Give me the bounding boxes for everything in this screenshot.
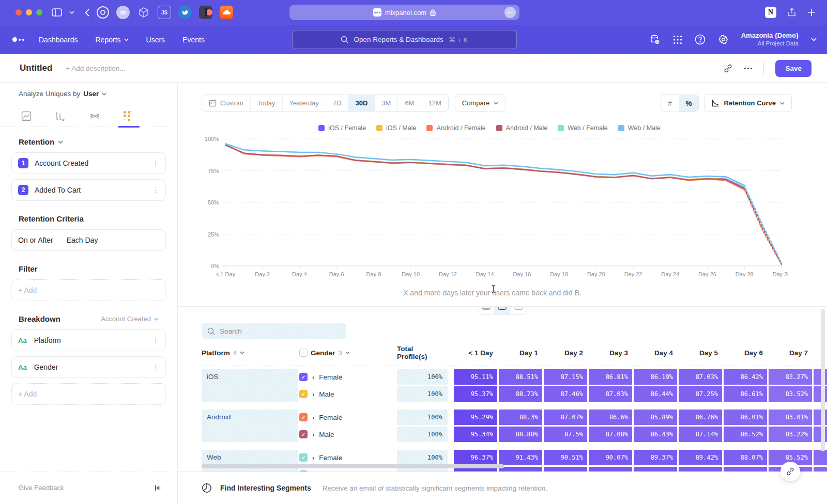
retention-value-cell[interactable]: 90.07%: [589, 450, 632, 465]
mode-percent[interactable]: %: [680, 95, 698, 112]
view-split[interactable]: [495, 306, 511, 314]
platform-cell[interactable]: Android: [202, 410, 298, 442]
chevron-down-icon[interactable]: [69, 11, 74, 14]
retention-value-cell[interactable]: 96.37%: [454, 450, 497, 465]
nav-item-reports[interactable]: Reports: [96, 36, 129, 44]
legend-item[interactable]: Web / Female: [558, 124, 608, 132]
report-description-placeholder[interactable]: + Add description...: [66, 65, 125, 72]
retention-value-cell[interactable]: 85.89%: [634, 410, 677, 425]
js-icon[interactable]: JS: [158, 6, 171, 19]
retention-value-cell[interactable]: 88.07%: [724, 450, 767, 465]
retention-value-cell[interactable]: 88.3%: [499, 410, 542, 425]
mixpanel-logo-icon[interactable]: [12, 37, 24, 42]
expand-row-icon[interactable]: ›: [312, 454, 314, 462]
bird-icon[interactable]: [178, 6, 192, 19]
series-line[interactable]: [225, 144, 744, 186]
platform-cell[interactable]: iOS: [202, 369, 298, 402]
series-line[interactable]: [225, 144, 744, 185]
legend-item[interactable]: Android / Female: [426, 124, 485, 132]
retention-step-1[interactable]: 1 Account Created ⋮: [11, 152, 166, 174]
retention-value-cell[interactable]: 86.19%: [634, 369, 677, 385]
legend-item[interactable]: iOS / Female: [318, 124, 366, 132]
column-header-day[interactable]: Day 7: [769, 349, 812, 357]
retention-value-cell[interactable]: 90.54%: [544, 467, 587, 471]
retention-value-cell[interactable]: 83.01%: [769, 410, 812, 425]
retention-section-header[interactable]: Retention: [19, 137, 159, 146]
data-management-icon[interactable]: [649, 34, 661, 45]
copy-link-icon[interactable]: [723, 64, 733, 73]
share-link-button[interactable]: [780, 462, 800, 481]
tab-retention[interactable]: [118, 105, 140, 127]
retention-value-cell[interactable]: 82.03%: [814, 410, 827, 425]
retention-value-cell[interactable]: 82.27%: [814, 369, 827, 385]
tab-insights[interactable]: [16, 105, 37, 127]
date-range-30d[interactable]: 30D: [348, 95, 375, 111]
retention-value-cell[interactable]: 82.18%: [814, 427, 827, 442]
retention-value-cell[interactable]: 95.34%: [454, 427, 497, 442]
series-checkbox[interactable]: ✓: [299, 413, 308, 421]
collapse-sidebar-icon[interactable]: [154, 484, 162, 492]
column-header-day[interactable]: Day 2: [544, 349, 587, 357]
retention-value-cell[interactable]: 87.46%: [544, 386, 587, 402]
analyze-uniques-row[interactable]: Analyze Uniques by User: [0, 83, 177, 105]
expand-row-icon[interactable]: ›: [312, 431, 314, 438]
column-header-day[interactable]: Day 1: [499, 349, 542, 357]
breakdown-add-button[interactable]: + Add: [11, 383, 166, 405]
criteria-on-or-after[interactable]: On or After: [18, 236, 53, 244]
series-checkbox[interactable]: ✓: [299, 390, 308, 398]
column-header-day[interactable]: Day 6: [724, 349, 767, 357]
date-range-6m[interactable]: 6M: [398, 95, 421, 111]
retention-value-cell[interactable]: 89.48%: [634, 467, 677, 471]
retention-value-cell[interactable]: 86.01%: [724, 410, 767, 425]
column-header-day[interactable]: Day 4: [634, 349, 677, 357]
retention-value-cell[interactable]: 83.22%: [769, 427, 812, 442]
window-controls[interactable]: [16, 9, 42, 15]
breakdown-menu-icon[interactable]: ⋮: [152, 336, 159, 344]
retention-value-cell[interactable]: 86.76%: [679, 410, 722, 425]
column-header-platform[interactable]: Platform 4: [202, 349, 298, 357]
legend-item[interactable]: Web / Male: [618, 124, 661, 132]
retention-value-cell[interactable]: 84.41%: [814, 450, 827, 465]
cube-icon[interactable]: [137, 6, 150, 19]
retention-value-cell[interactable]: 86.44%: [634, 386, 677, 402]
new-tab-plus-icon[interactable]: [807, 8, 816, 17]
breakdown-scope-dropdown[interactable]: Account Created: [101, 315, 159, 323]
date-range-7d[interactable]: 7D: [326, 95, 349, 111]
retention-value-cell[interactable]: 86.6%: [589, 410, 632, 425]
column-header-gender[interactable]: – Gender 3: [299, 349, 395, 357]
series-checkbox[interactable]: ✓: [299, 453, 308, 462]
retention-value-cell[interactable]: 88.73%: [499, 386, 542, 402]
breakdown-menu-icon[interactable]: ⋮: [152, 363, 159, 371]
table-search-input[interactable]: Search: [202, 323, 346, 339]
retention-value-cell[interactable]: 86.81%: [589, 369, 632, 385]
retention-value-cell[interactable]: 91.43%: [499, 450, 542, 465]
compare-button[interactable]: Compare: [455, 94, 506, 112]
column-header-day[interactable]: Day 5: [679, 349, 722, 357]
series-line[interactable]: [225, 145, 744, 190]
notion-icon[interactable]: N: [765, 7, 776, 18]
retention-value-cell[interactable]: 83.52%: [769, 386, 812, 402]
retention-value-cell[interactable]: 86.61%: [724, 386, 767, 402]
sidebar-icon[interactable]: [52, 8, 62, 17]
back-icon[interactable]: [85, 9, 89, 17]
criteria-each-day[interactable]: Each Day: [67, 236, 98, 244]
expand-row-icon[interactable]: ›: [312, 390, 314, 398]
retention-criteria-card[interactable]: On or After Each Day: [11, 229, 166, 251]
view-table-focus[interactable]: [511, 306, 527, 314]
address-bar[interactable]: mixpanel.com: [289, 5, 519, 20]
date-range-today[interactable]: Today: [251, 95, 283, 111]
share-icon[interactable]: [788, 8, 796, 17]
analyze-value[interactable]: User: [83, 90, 99, 98]
nav-item-events[interactable]: Events: [182, 36, 205, 44]
date-range-yesterday[interactable]: Yesterday: [283, 95, 326, 111]
minimize-window-button[interactable]: [26, 9, 32, 15]
extensions-menu-icon[interactable]: [504, 7, 516, 18]
chart-type-dropdown[interactable]: Retention Curve: [704, 94, 792, 112]
more-options-icon[interactable]: [744, 68, 752, 69]
onepassword-icon[interactable]: [97, 6, 109, 19]
tab-flows[interactable]: [84, 105, 105, 127]
retention-value-cell[interactable]: 90.51%: [544, 450, 587, 465]
apps-grid-icon[interactable]: [673, 35, 682, 44]
retention-value-cell[interactable]: 88.51%: [499, 369, 542, 385]
legend-item[interactable]: iOS / Male: [376, 124, 416, 132]
